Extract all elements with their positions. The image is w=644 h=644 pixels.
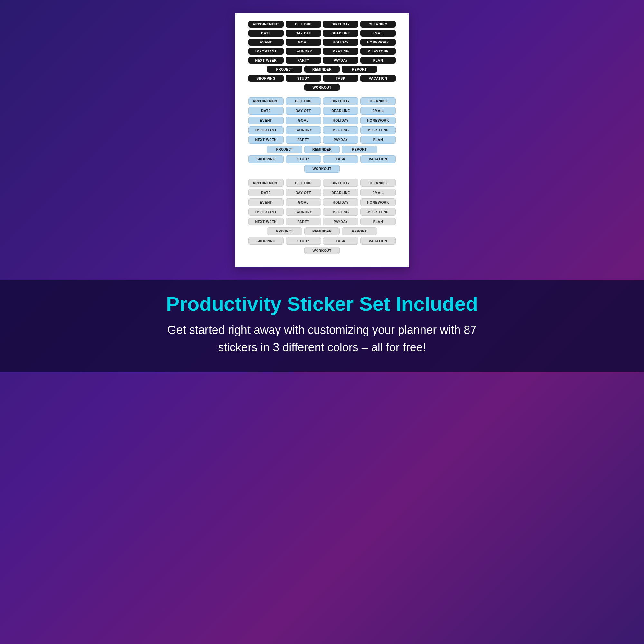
sticker-cleaning-black[interactable]: CLEANING: [360, 21, 396, 28]
sticker-report-gray[interactable]: REPORT: [342, 227, 377, 235]
sticker-important-blue[interactable]: IMPORTANT: [248, 126, 284, 134]
bottom-banner: Productivity Sticker Set Included Get st…: [0, 280, 644, 372]
sticker-payday-blue[interactable]: PAYDAY: [323, 136, 358, 144]
sticker-payday-gray[interactable]: PAYDAY: [323, 218, 358, 225]
row-8-black: WORKOUT: [241, 84, 403, 91]
sticker-meeting-gray[interactable]: MEETING: [323, 208, 358, 216]
row-1-gray: APPOINTMENT BILL DUE BIRTHDAY CLEANING: [241, 179, 403, 187]
sticker-reminder-blue[interactable]: REMINDER: [304, 146, 340, 153]
row-1-blue: APPOINTMENT BILL DUE BIRTHDAY CLEANING: [241, 97, 403, 105]
sticker-workout-gray[interactable]: WORKOUT: [304, 247, 340, 254]
sticker-birthday-blue[interactable]: BIRTHDAY: [323, 97, 358, 105]
row-2-blue: DATE DAY OFF DEADLINE EMAIL: [241, 107, 403, 115]
sticker-party-gray[interactable]: PARTY: [286, 218, 321, 225]
sticker-deadline-blue[interactable]: DEADLINE: [323, 107, 358, 115]
sticker-milestone-black[interactable]: MILESTONE: [360, 48, 396, 55]
sticker-laundry-gray[interactable]: LAUNDRY: [286, 208, 321, 216]
sticker-vacation-gray[interactable]: VACATION: [360, 237, 396, 245]
sticker-goal-black[interactable]: GOAL: [286, 39, 321, 46]
sticker-workout-blue[interactable]: WORKOUT: [304, 165, 340, 173]
sticker-date-black[interactable]: DATE: [248, 30, 284, 37]
sticker-appointment-gray[interactable]: APPOINTMENT: [248, 179, 284, 187]
sticker-project-blue[interactable]: PROJECT: [267, 146, 302, 153]
sticker-reminder-gray[interactable]: REMINDER: [304, 227, 340, 235]
sticker-deadline-black[interactable]: DEADLINE: [323, 30, 358, 37]
sticker-email-gray[interactable]: EMAIL: [360, 189, 396, 196]
sticker-dayoff-blue[interactable]: DAY OFF: [286, 107, 321, 115]
sticker-project-black[interactable]: PROJECT: [267, 66, 302, 73]
sticker-vacation-black[interactable]: VACATION: [360, 75, 396, 82]
sticker-appointment-black[interactable]: APPOINTMENT: [248, 21, 284, 28]
sticker-cleaning-blue[interactable]: CLEANING: [360, 97, 396, 105]
sticker-study-blue[interactable]: STUDY: [286, 155, 321, 163]
row-4-gray: IMPORTANT LAUNDRY MEETING MILESTONE: [241, 208, 403, 216]
sticker-milestone-gray[interactable]: MILESTONE: [360, 208, 396, 216]
sticker-appointment-blue[interactable]: APPOINTMENT: [248, 97, 284, 105]
sticker-billdue-black[interactable]: BILL DUE: [286, 21, 321, 28]
sticker-holiday-black[interactable]: HOLIDAY: [323, 39, 358, 46]
sticker-deadline-gray[interactable]: DEADLINE: [323, 189, 358, 196]
sticker-event-blue[interactable]: EVENT: [248, 117, 284, 124]
row-1-black: APPOINTMENT BILL DUE BIRTHDAY CLEANING: [241, 21, 403, 28]
paper-sheet: APPOINTMENT BILL DUE BIRTHDAY CLEANING D…: [235, 13, 409, 267]
sticker-billdue-gray[interactable]: BILL DUE: [286, 179, 321, 187]
sticker-payday-black[interactable]: PAYDAY: [323, 57, 358, 64]
sticker-task-blue[interactable]: TASK: [323, 155, 358, 163]
sticker-study-gray[interactable]: STUDY: [286, 237, 321, 245]
sticker-birthday-gray[interactable]: BIRTHDAY: [323, 179, 358, 187]
sticker-important-gray[interactable]: IMPORTANT: [248, 208, 284, 216]
sticker-goal-gray[interactable]: GOAL: [286, 198, 321, 206]
row-2-gray: DATE DAY OFF DEADLINE EMAIL: [241, 189, 403, 196]
sticker-nextweek-black[interactable]: NEXT WEEK: [248, 57, 284, 64]
sticker-dayoff-black[interactable]: DAY OFF: [286, 30, 321, 37]
sticker-workout-black[interactable]: WORKOUT: [304, 84, 340, 91]
sticker-party-black[interactable]: PARTY: [286, 57, 321, 64]
sticker-goal-blue[interactable]: GOAL: [286, 117, 321, 124]
sticker-birthday-black[interactable]: BIRTHDAY: [323, 21, 358, 28]
sticker-cleaning-gray[interactable]: CLEANING: [360, 179, 396, 187]
row-8-gray: WORKOUT: [241, 247, 403, 254]
sticker-email-black[interactable]: EMAIL: [360, 30, 396, 37]
sticker-holiday-blue[interactable]: HOLIDAY: [323, 117, 358, 124]
sticker-report-black[interactable]: REPORT: [342, 66, 377, 73]
sticker-task-gray[interactable]: TASK: [323, 237, 358, 245]
sticker-shopping-black[interactable]: SHOPPING: [248, 75, 284, 82]
sticker-milestone-blue[interactable]: MILESTONE: [360, 126, 396, 134]
sticker-important-black[interactable]: IMPORTANT: [248, 48, 284, 55]
sticker-plan-black[interactable]: PLAN: [360, 57, 396, 64]
sticker-laundry-black[interactable]: LAUNDRY: [286, 48, 321, 55]
sticker-shopping-blue[interactable]: SHOPPING: [248, 155, 284, 163]
sticker-task-black[interactable]: TASK: [323, 75, 358, 82]
sticker-email-blue[interactable]: EMAIL: [360, 107, 396, 115]
sticker-study-black[interactable]: STUDY: [286, 75, 321, 82]
sticker-date-blue[interactable]: DATE: [248, 107, 284, 115]
sticker-homework-blue[interactable]: HOMEWORK: [360, 117, 396, 124]
sticker-plan-blue[interactable]: PLAN: [360, 136, 396, 144]
sticker-date-gray[interactable]: DATE: [248, 189, 284, 196]
row-3-gray: EVENT GOAL HOLIDAY HOMEWORK: [241, 198, 403, 206]
sticker-nextweek-blue[interactable]: NEXT WEEK: [248, 136, 284, 144]
sticker-project-gray[interactable]: PROJECT: [267, 227, 302, 235]
sticker-party-blue[interactable]: PARTY: [286, 136, 321, 144]
sticker-event-gray[interactable]: EVENT: [248, 198, 284, 206]
sticker-meeting-blue[interactable]: MEETING: [323, 126, 358, 134]
row-4-black: IMPORTANT LAUNDRY MEETING MILESTONE: [241, 48, 403, 55]
row-5-black: NEXT WEEK PARTY PAYDAY PLAN: [241, 57, 403, 64]
sticker-billdue-blue[interactable]: BILL DUE: [286, 97, 321, 105]
sticker-homework-black[interactable]: HOMEWORK: [360, 39, 396, 46]
row-6-blue: PROJECT REMINDER REPORT: [241, 146, 403, 153]
sticker-meeting-black[interactable]: MEETING: [323, 48, 358, 55]
sticker-homework-gray[interactable]: HOMEWORK: [360, 198, 396, 206]
sticker-dayoff-gray[interactable]: DAY OFF: [286, 189, 321, 196]
sticker-holiday-gray[interactable]: HOLIDAY: [323, 198, 358, 206]
sticker-report-blue[interactable]: REPORT: [342, 146, 377, 153]
sticker-nextweek-gray[interactable]: NEXT WEEK: [248, 218, 284, 225]
sticker-shopping-gray[interactable]: SHOPPING: [248, 237, 284, 245]
sticker-laundry-blue[interactable]: LAUNDRY: [286, 126, 321, 134]
sticker-reminder-black[interactable]: REMINDER: [304, 66, 340, 73]
black-sticker-set: APPOINTMENT BILL DUE BIRTHDAY CLEANING D…: [241, 21, 403, 91]
sticker-vacation-blue[interactable]: VACATION: [360, 155, 396, 163]
sticker-plan-gray[interactable]: PLAN: [360, 218, 396, 225]
sticker-event-black[interactable]: EVENT: [248, 39, 284, 46]
row-3-blue: EVENT GOAL HOLIDAY HOMEWORK: [241, 117, 403, 124]
